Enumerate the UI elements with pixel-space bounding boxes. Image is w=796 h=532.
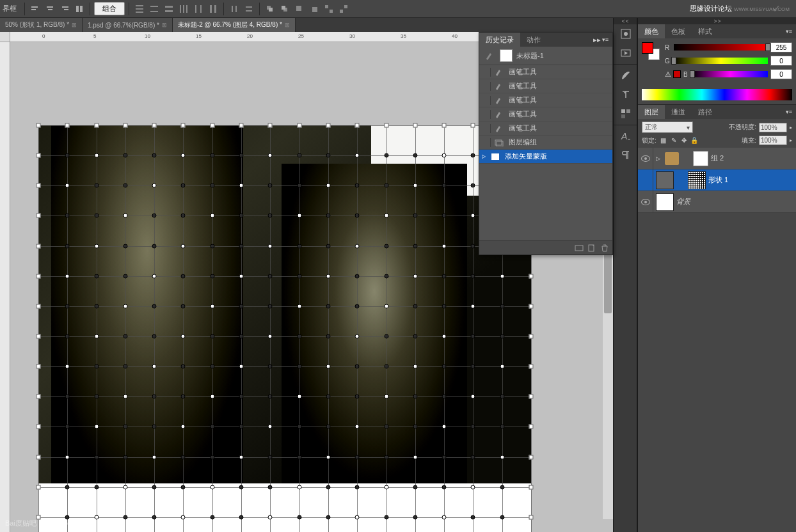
slider-thumb[interactable] (671, 57, 676, 65)
doc-tab-1[interactable]: 1.psd @ 66.7%(RGB/8) *⊠ (83, 18, 173, 32)
layer-row-shape[interactable]: 形状 1 (638, 169, 796, 191)
navigator-icon[interactable] (614, 24, 638, 43)
r-input[interactable] (770, 42, 792, 52)
slider-g[interactable] (674, 58, 768, 64)
tab-channels[interactable]: 通道 (665, 105, 692, 119)
arrange-icon-4[interactable] (308, 3, 321, 15)
type-icon[interactable]: A (614, 127, 638, 146)
history-item[interactable]: 画笔工具 (479, 65, 612, 79)
blend-mode-dropdown[interactable]: 正常▾ (642, 121, 693, 133)
arrange-icon-2[interactable] (278, 3, 291, 15)
space-icon-2[interactable] (243, 3, 255, 15)
fg-bg-swatch[interactable] (642, 42, 660, 60)
close-icon[interactable]: ⊠ (162, 22, 167, 28)
disclosure-icon[interactable]: ▷ (656, 155, 662, 162)
tab-history[interactable]: 历史记录 (479, 33, 520, 47)
slider-thumb[interactable] (765, 43, 770, 51)
tab-styles[interactable]: 样式 (692, 24, 719, 38)
layer-thumb[interactable] (656, 193, 674, 211)
gamut-warning[interactable]: ⚠ (665, 70, 681, 79)
lock-transparency-icon[interactable]: ▦ (659, 136, 668, 145)
tab-actions[interactable]: 动作 (520, 33, 547, 47)
svg-rect-20 (210, 5, 212, 13)
swatches-icon[interactable] (614, 104, 638, 123)
distribute-icon-5[interactable] (192, 3, 205, 15)
tab-paths[interactable]: 路径 (692, 105, 719, 119)
history-item[interactable]: 画笔工具 (479, 93, 612, 107)
svg-rect-24 (246, 6, 252, 8)
align-icon-4[interactable] (73, 3, 86, 15)
playback-icon[interactable] (614, 43, 638, 63)
space-icon-1[interactable] (228, 3, 241, 15)
dock-expand-icon[interactable] (614, 18, 637, 24)
snapshot-icon[interactable] (574, 244, 584, 253)
tab-swatches[interactable]: 色板 (665, 24, 692, 38)
chevron-right-icon[interactable]: ▸ (790, 137, 792, 143)
panel-menu-icon[interactable]: ▾≡ (782, 105, 796, 119)
character-icon[interactable] (614, 85, 638, 104)
history-item[interactable]: 画笔工具 (479, 79, 612, 93)
align-icon-2[interactable] (44, 3, 56, 15)
distribute-icon-3[interactable] (163, 3, 175, 15)
layer-row-background[interactable]: 背景 (638, 191, 796, 213)
visibility-toggle[interactable] (638, 148, 653, 169)
fg-color-swatch[interactable] (642, 42, 653, 54)
panel-menu-icon[interactable]: ▾≡ (782, 24, 796, 38)
history-item[interactable]: 画笔工具 (479, 107, 612, 121)
svg-rect-39 (575, 246, 583, 251)
paragraph-icon[interactable] (614, 146, 638, 165)
canvas[interactable] (38, 125, 531, 532)
fill-input[interactable] (759, 136, 787, 145)
ruler-mark: 10 (145, 33, 150, 39)
slider-thumb[interactable] (690, 70, 695, 78)
ruler-vertical[interactable] (0, 42, 10, 532)
visibility-toggle[interactable] (638, 191, 653, 212)
arrange-icon-6[interactable] (337, 3, 350, 15)
slider-r[interactable] (674, 44, 768, 51)
distribute-icon-2[interactable] (148, 3, 161, 15)
brush-preset-icon[interactable] (614, 66, 638, 85)
history-item[interactable]: 图层编组 (479, 136, 612, 150)
opacity-input[interactable] (759, 123, 787, 132)
panels-collapse-icon[interactable] (638, 18, 796, 24)
svg-rect-38 (491, 153, 499, 160)
distribute-icon-6[interactable] (207, 3, 219, 15)
history-item[interactable]: ▷添加矢量蒙版 (479, 150, 612, 164)
distribute-icon-4[interactable] (177, 3, 190, 15)
close-icon[interactable]: ⊠ (72, 22, 77, 28)
distribute-icon-1[interactable] (133, 3, 146, 15)
arrange-icon-3[interactable] (293, 3, 306, 15)
tab-color[interactable]: 颜色 (638, 24, 665, 38)
close-icon[interactable]: ⊠ (285, 22, 290, 28)
g-input[interactable] (770, 56, 792, 66)
new-state-icon[interactable] (587, 244, 597, 253)
align-icon-3[interactable] (58, 3, 71, 15)
b-input[interactable] (770, 69, 792, 79)
layer-row-group[interactable]: ▷ 组 2 (638, 148, 796, 169)
trash-icon[interactable] (600, 244, 610, 253)
svg-rect-8 (136, 5, 143, 6)
history-document-row[interactable]: 未标题-1 (479, 47, 612, 65)
slider-b[interactable] (692, 71, 768, 77)
brush-icon (495, 125, 505, 132)
lock-all-icon[interactable]: 🔒 (690, 136, 699, 145)
mask-icon (491, 153, 501, 160)
vector-mask-thumb[interactable] (688, 171, 706, 189)
arrange-icon-5[interactable] (322, 3, 335, 15)
layer-thumb[interactable] (656, 171, 674, 189)
group-button[interactable]: 组合 (94, 2, 125, 15)
arrange-icon-1[interactable] (264, 3, 276, 15)
color-spectrum[interactable] (642, 89, 792, 100)
mask-thumb[interactable] (693, 151, 708, 166)
doc-tab-0[interactable]: 50% (形状 1, RGB/8) *⊠ (0, 18, 83, 32)
tab-layers[interactable]: 图层 (638, 105, 665, 119)
history-item[interactable]: 画笔工具 (479, 121, 612, 136)
doc-tab-2[interactable]: 未标题-2 @ 66.7% (图层 4, RGB/8) *⊠ (173, 18, 296, 32)
ruler-mark: 20 (247, 33, 253, 39)
visibility-toggle[interactable] (638, 169, 653, 191)
panel-menu-icon[interactable]: ▸▸ ▾≡ (589, 33, 612, 47)
lock-position-icon[interactable]: ✥ (680, 136, 689, 145)
lock-pixels-icon[interactable]: ✎ (669, 136, 678, 145)
chevron-right-icon[interactable]: ▸ (790, 125, 792, 130)
align-icon-1[interactable] (29, 3, 42, 15)
